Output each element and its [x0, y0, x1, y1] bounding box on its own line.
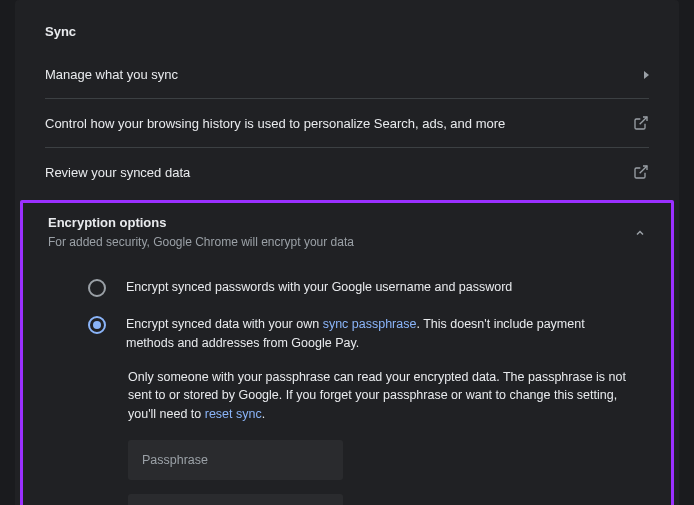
passphrase-input[interactable] [128, 440, 343, 480]
history-personalize-row[interactable]: Control how your browsing history is use… [15, 99, 679, 147]
radio-icon-selected[interactable] [88, 316, 106, 334]
sync-passphrase-link[interactable]: sync passphrase [323, 317, 417, 331]
radio-icon[interactable] [88, 279, 106, 297]
confirm-passphrase-input[interactable] [128, 494, 343, 505]
encryption-radio-group: Encrypt synced passwords with your Googl… [48, 261, 646, 362]
svg-line-0 [640, 117, 647, 124]
radio-passphrase[interactable]: Encrypt synced data with your own sync p… [88, 306, 636, 362]
manage-sync-row[interactable]: Manage what you sync [15, 51, 679, 98]
sync-heading: Sync [15, 10, 679, 51]
manage-sync-label: Manage what you sync [45, 67, 178, 82]
radio-google-account[interactable]: Encrypt synced passwords with your Googl… [88, 269, 636, 306]
review-synced-row[interactable]: Review your synced data [15, 148, 679, 196]
passphrase-note: Only someone with your passphrase can re… [128, 368, 636, 424]
external-link-icon [633, 164, 649, 180]
encryption-subtitle: For added security, Google Chrome will e… [48, 235, 354, 249]
chevron-right-icon [644, 71, 649, 79]
review-synced-label: Review your synced data [45, 165, 190, 180]
encryption-title: Encryption options [48, 215, 354, 230]
reset-sync-link[interactable]: reset sync [205, 407, 262, 421]
svg-line-1 [640, 166, 647, 173]
passphrase-form: Save [128, 440, 646, 505]
radio-passphrase-label: Encrypt synced data with your own sync p… [126, 315, 636, 353]
encryption-header[interactable]: Encryption options For added security, G… [48, 215, 646, 261]
radio-google-account-label: Encrypt synced passwords with your Googl… [126, 278, 512, 297]
external-link-icon [633, 115, 649, 131]
sync-settings-panel: Sync Manage what you sync Control how yo… [15, 0, 679, 505]
history-personalize-label: Control how your browsing history is use… [45, 116, 505, 131]
chevron-up-icon [634, 225, 646, 243]
encryption-options-section: Encryption options For added security, G… [20, 200, 674, 505]
